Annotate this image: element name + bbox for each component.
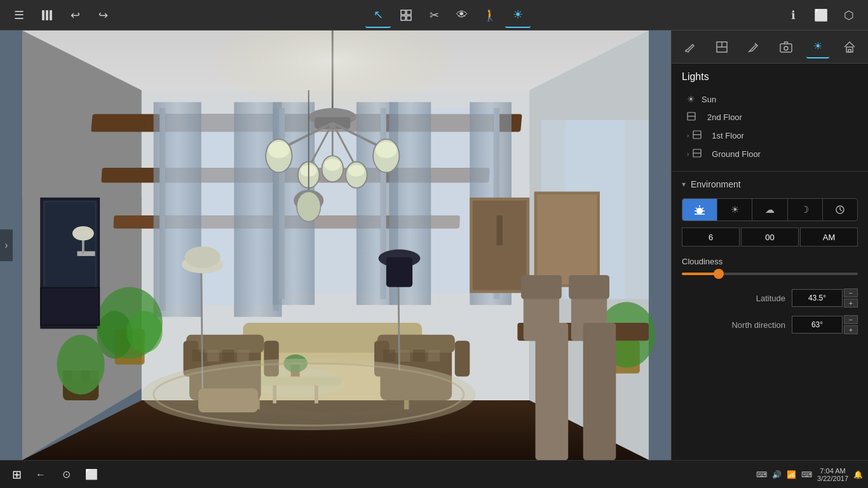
- latitude-input[interactable]: 43.5°: [792, 289, 843, 307]
- panel-toolbar: ☀: [672, 30, 868, 64]
- svg-rect-3: [401, 10, 405, 15]
- library-button[interactable]: [34, 3, 60, 28]
- slider-fill: [682, 273, 717, 275]
- top-toolbar: ☰ ↩ ↪ ↖ ✂ 👁 🚶 ☀ ℹ ⬜ ⬡: [0, 0, 868, 30]
- lights-section: Lights ☀ Sun 2nd Floor › 1st Floor ›: [672, 64, 868, 172]
- latitude-controls: − +: [844, 288, 858, 308]
- environment-section: ▾ Environment ☀ ☁ ☽ 6: [672, 172, 868, 460]
- time-of-day-selector: ☀ ☁ ☽: [682, 198, 858, 221]
- environment-label: Environment: [691, 179, 741, 189]
- ground-floor-light-label: Ground Floor: [712, 149, 761, 159]
- minute-value: 00: [765, 233, 774, 242]
- latitude-decrease-button[interactable]: −: [844, 288, 858, 297]
- svg-rect-4: [407, 10, 411, 15]
- svg-rect-130: [780, 44, 792, 52]
- svg-rect-91: [428, 349, 440, 362]
- svg-point-42: [268, 142, 290, 158]
- svg-rect-81: [207, 349, 219, 362]
- panel-sun-button[interactable]: ☀: [806, 36, 829, 58]
- select-button[interactable]: ↖: [365, 3, 391, 28]
- panel-floor-button[interactable]: [710, 36, 733, 58]
- keyboard-icon: ⌨: [756, 470, 767, 479]
- svg-rect-59: [497, 215, 503, 245]
- walk-button[interactable]: 🚶: [477, 3, 503, 28]
- ampm-input[interactable]: AM: [800, 227, 858, 247]
- svg-rect-123: [77, 251, 95, 256]
- panel-paint-button[interactable]: [679, 36, 702, 58]
- svg-rect-82: [222, 349, 234, 362]
- right-panel: ☀ Lights ☀ Sun 2nd Floor: [671, 30, 868, 460]
- north-controls: − +: [844, 315, 858, 335]
- arrange-button[interactable]: [393, 3, 419, 28]
- view-button[interactable]: 👁: [449, 3, 475, 28]
- custom-time-button[interactable]: [823, 199, 857, 220]
- svg-rect-117: [583, 323, 616, 460]
- panel-edit-button[interactable]: [742, 36, 765, 58]
- environment-header[interactable]: ▾ Environment: [682, 179, 858, 189]
- time-display: 7:04 AM: [820, 467, 845, 475]
- main-content: ›: [0, 30, 868, 460]
- ground-floor-light-item[interactable]: › Ground Floor: [682, 145, 858, 163]
- svg-rect-83: [237, 349, 249, 362]
- language-icon: ⌨: [801, 470, 812, 479]
- lights-title: Lights: [682, 71, 858, 83]
- info-button[interactable]: ℹ: [780, 3, 806, 28]
- svg-point-48: [348, 165, 365, 177]
- undo-button[interactable]: ↩: [62, 3, 88, 28]
- env-chevron-icon: ▾: [682, 180, 686, 189]
- svg-point-118: [142, 358, 476, 430]
- frame-button[interactable]: ⬜: [808, 3, 834, 28]
- notification-icon: 🔔: [853, 470, 863, 479]
- svg-rect-121: [41, 288, 98, 325]
- system-clock: 7:04 AM 3/22/2017: [817, 467, 848, 482]
- north-increase-button[interactable]: +: [844, 325, 858, 334]
- back-button[interactable]: ←: [29, 463, 52, 486]
- bottom-taskbar: ⊞ ← ⊙ ⬜ ⌨ 🔊 📶 ⌨ 7:04 AM 3/22/2017 🔔: [0, 460, 868, 488]
- svg-rect-116: [536, 323, 569, 460]
- cloudiness-slider[interactable]: [682, 273, 858, 275]
- panel-camera-button[interactable]: [775, 36, 797, 58]
- cloudy-button[interactable]: ☁: [752, 199, 787, 220]
- lighting-button[interactable]: ☀: [505, 3, 531, 28]
- svg-point-102: [126, 311, 162, 353]
- day-button[interactable]: ☀: [717, 199, 752, 220]
- svg-rect-98: [386, 257, 412, 287]
- sun-icon: ☀: [687, 94, 695, 104]
- svg-rect-87: [455, 341, 470, 376]
- svg-point-50: [324, 159, 341, 171]
- collapse-left-button[interactable]: ›: [0, 229, 13, 261]
- cortana-button[interactable]: ⊙: [55, 463, 78, 486]
- 2nd-floor-light-label: 2nd Floor: [707, 112, 742, 122]
- night-button[interactable]: ☽: [788, 199, 823, 220]
- dawn-button[interactable]: [682, 199, 717, 220]
- hour-input[interactable]: 6: [682, 227, 740, 247]
- minute-input[interactable]: 00: [741, 227, 799, 247]
- menu-button[interactable]: ☰: [6, 3, 32, 28]
- north-direction-input[interactable]: 63°: [792, 316, 843, 334]
- cube-button[interactable]: ⬡: [836, 3, 862, 28]
- start-button[interactable]: ⊞: [5, 463, 28, 486]
- svg-line-149: [840, 210, 842, 211]
- svg-point-95: [184, 247, 220, 268]
- svg-rect-6: [407, 16, 411, 20]
- 1st-floor-light-label: 1st Floor: [712, 131, 744, 140]
- svg-rect-1: [46, 10, 48, 20]
- redo-button[interactable]: ↪: [90, 3, 116, 28]
- 1st-floor-light-item[interactable]: › 1st Floor: [682, 126, 858, 145]
- floor-icon-2: [687, 112, 696, 123]
- 3d-viewport[interactable]: ›: [0, 30, 671, 460]
- svg-line-142: [696, 208, 697, 209]
- svg-rect-20: [154, 102, 201, 317]
- task-view-button[interactable]: ⬜: [80, 463, 103, 486]
- latitude-row: Latitude 43.5° − +: [682, 288, 858, 308]
- sun-light-label: Sun: [702, 95, 716, 104]
- slider-thumb[interactable]: [714, 269, 724, 279]
- north-decrease-button[interactable]: −: [844, 315, 858, 324]
- svg-rect-133: [848, 50, 851, 52]
- chevron-icon-ground: ›: [687, 151, 689, 158]
- sun-light-item[interactable]: ☀ Sun: [682, 90, 858, 108]
- 2nd-floor-light-item[interactable]: 2nd Floor: [682, 108, 858, 126]
- latitude-increase-button[interactable]: +: [844, 299, 858, 308]
- cut-button[interactable]: ✂: [421, 3, 447, 28]
- panel-house-button[interactable]: [838, 36, 861, 58]
